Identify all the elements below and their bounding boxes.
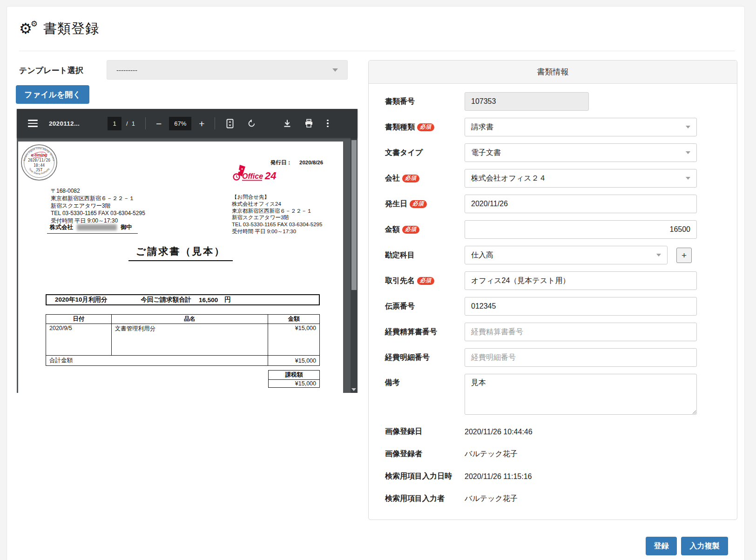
header-divider <box>19 51 735 51</box>
pdf-toolbar: 2020112... 1 / 1 − 67% + <box>17 109 358 138</box>
svg-text:2020/11/26: 2020/11/26 <box>28 158 50 162</box>
field-account: 勘定科目 仕入高 + <box>385 246 697 264</box>
required-badge: 必須 <box>417 123 434 131</box>
zoom-level[interactable]: 67% <box>169 117 191 130</box>
field-vendor: 取引先名必須 <box>385 271 697 290</box>
image-reg-user-label: 画像登録者 <box>385 449 465 459</box>
main-card: ⚙⚙ 書類登録 テンプレート選択 --------- ファイルを開く 20201… <box>7 6 745 560</box>
chevron-down-icon <box>332 68 338 72</box>
invoice-title: ご請求書（見本） <box>18 245 343 261</box>
expense-report-label: 経費精算書番号 <box>385 327 465 337</box>
field-image-reg-user: 画像登録者 バルテック花子 <box>385 449 697 459</box>
page-number-input[interactable]: 1 <box>108 117 122 130</box>
office24-logo: Office 24 <box>228 164 279 185</box>
company-select[interactable]: 株式会社オフィス２４ <box>465 169 697 188</box>
chevron-down-icon <box>686 177 690 180</box>
required-badge: 必須 <box>402 226 419 234</box>
invoice-summary-box: 2020年10月利用分 今回ご請求額合計 16,500 円 <box>46 294 320 305</box>
svg-text:JST: JST <box>36 168 43 172</box>
account-label: 勘定科目 <box>385 250 465 260</box>
table-row: 2020/9/5 文書管理利用分 ¥15,000 <box>46 324 320 356</box>
template-select-label: テンプレート選択 <box>19 65 83 76</box>
etiming-timestamp-seal: Amano Digital Time Stamp Service Time St… <box>20 144 58 183</box>
scroll-down-arrow-icon[interactable] <box>351 388 356 391</box>
doc-number-label: 書類番号 <box>385 97 465 107</box>
open-file-button[interactable]: ファイルを開く <box>16 85 89 104</box>
required-badge: 必須 <box>410 200 427 208</box>
toolbar-divider <box>215 117 215 129</box>
toolbar-divider <box>145 117 146 129</box>
svg-text:e-timing: e-timing <box>31 153 48 157</box>
contact-block: 【お問合せ先】 株式会社オフィス24東京都新宿区西新宿６－２２－１新宿スクエアタ… <box>232 194 322 235</box>
sender-address-block: 〒168-0082東京都新宿区西新宿６－２２－１新宿スクエアタワー3階TEL 0… <box>51 187 145 224</box>
field-remarks: 備考 見本 <box>385 374 697 415</box>
field-doc-number: 書類番号 <box>385 92 697 111</box>
occur-date-input[interactable] <box>465 195 697 213</box>
field-amount: 金額必須 <box>385 220 697 239</box>
document-info-panel: 書類情報 書類番号 書類種類必須 請求書 文書タイプ 電子文書 会社必須 <box>368 60 737 520</box>
doc-number-input <box>465 92 589 111</box>
template-select-value: --------- <box>116 66 137 74</box>
field-expense-detail: 経費明細番号 <box>385 348 697 367</box>
field-search-input-datetime: 検索用項目入力日時 2020/11/26 11:15:16 <box>385 472 697 481</box>
search-input-datetime-label: 検索用項目入力日時 <box>385 472 465 481</box>
field-occur-date: 発生日必須 <box>385 195 697 213</box>
page-separator: / <box>126 120 128 127</box>
add-account-button[interactable]: + <box>676 248 692 263</box>
field-expense-report: 経費精算書番号 <box>385 323 697 341</box>
doc-kind-select[interactable]: 請求書 <box>465 118 697 136</box>
page-header: ⚙⚙ 書類登録 <box>19 20 99 38</box>
occur-date-label: 発生日必須 <box>385 199 465 209</box>
doc-format-label: 文書タイプ <box>385 148 465 158</box>
expense-report-input[interactable] <box>465 323 697 341</box>
search-input-user-value: バルテック花子 <box>465 494 518 504</box>
amount-input[interactable] <box>465 220 697 239</box>
image-reg-user-value: バルテック花子 <box>465 449 518 459</box>
remarks-textarea[interactable]: 見本 <box>465 374 697 415</box>
pdf-filename: 2020112... <box>49 120 80 127</box>
fit-page-icon[interactable] <box>225 119 235 128</box>
duplicate-input-button[interactable]: 入力複製 <box>681 537 728 555</box>
download-icon[interactable] <box>283 119 292 128</box>
image-reg-date-value: 2020/11/26 10:44:46 <box>465 428 533 436</box>
vendor-input[interactable] <box>465 271 697 290</box>
pdf-page: Amano Digital Time Stamp Service Time St… <box>18 142 343 393</box>
field-slip-number: 伝票番号 <box>385 297 697 316</box>
remarks-label: 備考 <box>385 374 465 388</box>
page-total: 1 <box>132 120 135 127</box>
doc-format-select[interactable]: 電子文書 <box>465 143 697 162</box>
register-button[interactable]: 登録 <box>646 537 677 555</box>
pdf-scrollbar[interactable] <box>351 138 358 393</box>
pdf-scrollbar-thumb[interactable] <box>351 140 357 290</box>
print-icon[interactable] <box>304 119 314 128</box>
search-input-datetime-value: 2020/11/26 11:15:16 <box>465 472 532 481</box>
more-options-icon[interactable] <box>327 120 329 128</box>
cogs-icon: ⚙⚙ <box>19 20 37 38</box>
required-badge: 必須 <box>402 175 419 182</box>
account-select[interactable]: 仕入高 <box>465 246 668 264</box>
menu-icon[interactable] <box>28 120 38 127</box>
expense-detail-input[interactable] <box>465 348 697 367</box>
field-doc-kind: 書類種類必須 請求書 <box>385 118 697 136</box>
redacted-company-name <box>77 224 117 230</box>
field-search-input-user: 検索用項目入力者 バルテック花子 <box>385 494 697 504</box>
invoice-items-table: 日付 品名 金額 2020/9/5 文書管理利用分 ¥15,000 合計金額 ¥… <box>46 314 320 366</box>
svg-text:Office: Office <box>242 172 263 180</box>
slip-number-input[interactable] <box>465 297 697 316</box>
zoom-in-button[interactable]: + <box>199 119 204 128</box>
expense-detail-label: 経費明細番号 <box>385 353 465 363</box>
chevron-down-icon <box>656 254 661 256</box>
slip-number-label: 伝票番号 <box>385 302 465 311</box>
template-select[interactable]: --------- <box>107 60 348 80</box>
vendor-label: 取引先名必須 <box>385 276 465 286</box>
company-label: 会社必須 <box>385 174 465 183</box>
zoom-out-button[interactable]: − <box>156 119 162 128</box>
amount-label: 金額必須 <box>385 225 465 235</box>
recipient-line: 株式会社 御中 <box>47 223 138 234</box>
field-doc-format: 文書タイプ 電子文書 <box>385 143 697 162</box>
page-title: 書類登録 <box>43 20 99 38</box>
chevron-down-icon <box>686 126 690 128</box>
image-reg-date-label: 画像登録日 <box>385 427 465 437</box>
table-total-row: 合計金額 ¥15,000 <box>46 356 320 366</box>
rotate-icon[interactable] <box>247 119 256 128</box>
